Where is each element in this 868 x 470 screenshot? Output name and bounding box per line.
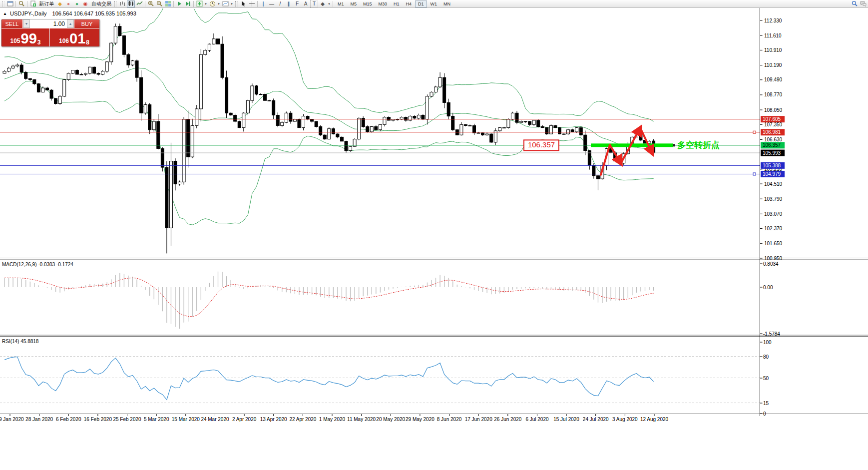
volume-up-button[interactable]: ▲ [67, 19, 74, 28]
rsi-tick: 80 [763, 354, 769, 360]
community-icon[interactable]: ● [64, 0, 72, 7]
tile-windows-icon[interactable] [164, 0, 172, 7]
equidistant-channel-icon[interactable]: ∥ [285, 0, 293, 7]
chart-canvas[interactable]: 106.357多空转折点112.330111.610110.910110.190… [0, 8, 868, 470]
candle [362, 118, 365, 127]
period-selector-icon[interactable] [208, 0, 216, 7]
add-indicator-icon[interactable] [195, 0, 203, 7]
date-tick: 6 Feb 2020 [56, 417, 81, 422]
chart-profiles-icon[interactable] [17, 0, 25, 7]
timeframe-w1[interactable]: W1 [428, 0, 440, 7]
candle [84, 73, 87, 74]
zoom-out-icon[interactable] [155, 0, 163, 7]
price-tick: 110.910 [764, 47, 782, 53]
auto-trading-label[interactable]: 自动交易 [90, 0, 113, 7]
dropdown-caret[interactable]: ▾ [230, 2, 234, 6]
timeframe-h4[interactable]: H4 [403, 0, 415, 7]
price-axis[interactable]: 112.330111.610110.910110.190109.490108.7… [760, 18, 785, 417]
crosshair-icon[interactable] [248, 0, 256, 7]
templates-icon[interactable] [221, 0, 229, 7]
chat-icon[interactable] [859, 0, 867, 7]
candle [272, 100, 275, 115]
dropdown-caret[interactable]: ▾ [204, 2, 208, 6]
arrows-shapes-icon[interactable]: ◆ [319, 0, 327, 7]
new-order-label[interactable]: 新订单 [37, 0, 55, 7]
step-to-end-icon[interactable] [184, 0, 192, 7]
candle [490, 134, 493, 142]
line-chart-icon[interactable] [135, 0, 143, 7]
candle [306, 116, 309, 119]
timeframe-m30[interactable]: M30 [376, 0, 391, 7]
chart-window[interactable]: ▲ USDJPY-,Daily 106.564 106.647 105.935 … [0, 8, 868, 470]
buy-price[interactable]: 106018 [50, 28, 98, 46]
zoom-in-icon[interactable] [147, 0, 155, 7]
price-chip: 106.357 [763, 142, 781, 148]
timeframe-mn[interactable]: MN [440, 0, 453, 7]
price-tick: 104.510 [764, 181, 783, 187]
dropdown-caret[interactable]: ▾ [217, 2, 221, 6]
time-axis[interactable]: 19 Jan 202028 Jan 20206 Feb 202016 Feb 2… [0, 414, 669, 422]
candle [392, 119, 395, 120]
candle [246, 100, 249, 113]
timeframe-m5[interactable]: M5 [348, 0, 360, 7]
toolbar-separator [15, 1, 16, 7]
candle [571, 130, 574, 132]
date-tick: 12 Aug 2020 [640, 417, 669, 422]
step-forward-icon[interactable] [175, 0, 183, 7]
candle [502, 128, 505, 128]
new-order-icon[interactable] [29, 0, 37, 7]
candle [161, 148, 164, 167]
chart-title: ▲ USDJPY-,Daily 106.564 106.647 105.935 … [3, 10, 136, 16]
zigzag-drawing[interactable] [601, 128, 652, 175]
text-icon[interactable]: A [302, 0, 310, 7]
candle [567, 130, 570, 134]
text-label-icon[interactable]: T [310, 0, 318, 7]
one-click-collapse-icon[interactable]: ▲ [3, 11, 7, 16]
buy-button[interactable]: BUY [74, 19, 99, 28]
candle [511, 113, 514, 119]
candle [498, 128, 501, 131]
candle [515, 113, 518, 122]
line-handle[interactable] [753, 173, 756, 175]
vertical-line-icon[interactable]: | [259, 0, 267, 7]
candle [293, 119, 296, 121]
timeframe-m15[interactable]: M15 [360, 0, 375, 7]
candle [93, 67, 96, 73]
candle [443, 77, 446, 102]
autotrading-icon[interactable]: ◉ [81, 0, 89, 7]
bar-chart-icon[interactable] [118, 0, 126, 7]
fibonacci-icon[interactable]: F [293, 0, 301, 7]
annotation-text[interactable]: 多空转折点 [677, 140, 720, 150]
date-tick: 11 May 2020 [347, 417, 376, 422]
candle [434, 87, 437, 92]
volume-input[interactable] [30, 19, 67, 28]
trendline-icon[interactable]: / [276, 0, 284, 7]
price-tick: 100.950 [764, 256, 783, 261]
candle [460, 124, 463, 135]
market-icon[interactable]: ● [73, 0, 81, 7]
toolbar-separator [333, 1, 333, 7]
search-icon[interactable] [851, 0, 859, 7]
timeframe-m1[interactable]: M1 [335, 0, 347, 7]
horizontal-line-icon[interactable]: — [268, 0, 276, 7]
line-handle[interactable] [753, 131, 756, 133]
candle [221, 44, 224, 77]
date-tick: 17 Jun 2020 [465, 417, 492, 422]
cursor-icon[interactable] [239, 0, 247, 7]
date-tick: 6 Jul 2020 [525, 417, 549, 422]
sell-price[interactable]: 105993 [1, 28, 50, 46]
candle [315, 121, 318, 126]
rsi-label: RSI(14) 45.8818 [2, 339, 38, 344]
timeframe-h1[interactable]: H1 [391, 0, 403, 7]
timeframe-d1[interactable]: D1 [415, 0, 427, 7]
new-chart-icon[interactable] [6, 0, 14, 7]
dropdown-caret[interactable]: ▾ [327, 2, 331, 6]
candle [562, 134, 565, 134]
metaeditor-icon[interactable]: ◆ [56, 0, 64, 7]
price-tick: 106.630 [764, 137, 783, 142]
sell-button[interactable]: SELL [1, 19, 23, 28]
volume-down-button[interactable]: ▼ [23, 19, 30, 28]
candle [251, 86, 254, 100]
segment-handle[interactable] [673, 144, 675, 146]
candlestick-chart-icon[interactable] [127, 0, 135, 7]
